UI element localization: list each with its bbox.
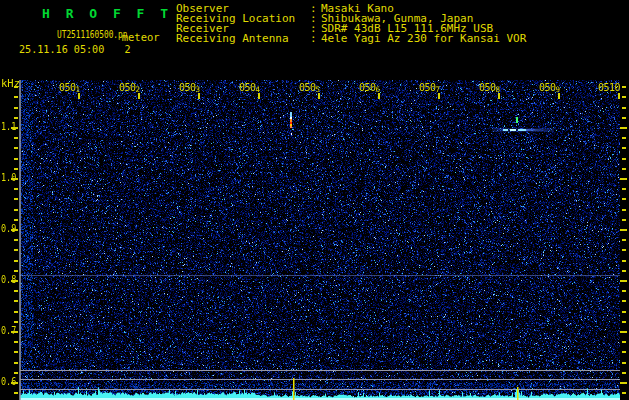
info-row-antenna: Receiving Antenna:4ele Yagi Az 230 for K… xyxy=(176,34,526,44)
freq-tick-mark xyxy=(622,219,626,221)
freq-tick-mark xyxy=(620,331,627,333)
freq-tick-mark xyxy=(620,229,627,231)
time-tick-label: 0509 xyxy=(512,82,560,93)
time-tick-label: 0504 xyxy=(212,82,260,93)
freq-tick-mark xyxy=(622,209,626,211)
info-value: 4ele Yagi Az 230 for Kansai VOR xyxy=(321,32,526,45)
left-axis-line xyxy=(19,80,21,400)
freq-tick-mark xyxy=(14,392,18,394)
freq-tick-mark xyxy=(622,158,626,160)
time-tick-label: 0506 xyxy=(332,82,380,93)
time-tick-label: 0501 xyxy=(32,82,80,93)
freq-tick-mark xyxy=(14,351,18,353)
time-tick-mark xyxy=(258,93,260,99)
time-tick-mark xyxy=(618,93,620,99)
time-tick-mark xyxy=(378,93,380,99)
freq-tick-mark xyxy=(14,158,18,160)
freq-tick-mark xyxy=(14,239,18,241)
freq-tick-mark xyxy=(622,351,626,353)
freq-tick-mark xyxy=(622,270,626,272)
freq-tick-mark xyxy=(622,372,626,374)
freq-tick-mark xyxy=(622,321,626,323)
freq-tick-mark xyxy=(14,209,18,211)
freq-tick-mark xyxy=(11,331,18,333)
freq-tick-mark xyxy=(14,168,18,170)
hrofft-window: H R O F F T UT2511160500.pnmeteor 25.11.… xyxy=(0,0,629,400)
freq-tick-mark xyxy=(14,96,18,98)
freq-tick-mark xyxy=(14,107,18,109)
time-tick-label: 0502 xyxy=(92,82,140,93)
time-tick-mark xyxy=(138,93,140,99)
freq-tick-mark xyxy=(622,147,626,149)
freq-tick-mark xyxy=(11,280,18,282)
freq-tick-mark xyxy=(622,249,626,251)
freq-tick-mark xyxy=(622,260,626,262)
info-panel: Observer:Masaki Kano Receiving Location:… xyxy=(176,4,526,44)
freq-tick-mark xyxy=(622,290,626,292)
freq-tick-mark xyxy=(14,321,18,323)
freq-tick-mark xyxy=(620,127,627,129)
freq-tick-mark xyxy=(622,96,626,98)
filename-text: UT2511160500.pn xyxy=(57,29,127,40)
freq-tick-mark xyxy=(14,372,18,374)
app-title: H R O F F T xyxy=(42,6,172,21)
freq-tick-mark xyxy=(622,188,626,190)
datetime-line: 25.11.16 05:002 xyxy=(19,43,131,56)
time-tick-mark xyxy=(558,93,560,99)
freq-tick-mark xyxy=(14,188,18,190)
freq-tick-mark xyxy=(11,229,18,231)
freq-tick-mark xyxy=(14,290,18,292)
time-tick-mark xyxy=(498,93,500,99)
freq-tick-mark xyxy=(622,300,626,302)
freq-tick-mark xyxy=(622,168,626,170)
spectrogram-canvas xyxy=(20,80,620,400)
freq-tick-mark xyxy=(622,198,626,200)
filename-overlay-label: meteor xyxy=(122,31,160,43)
freq-tick-mark xyxy=(620,382,627,384)
time-tick-label: 0510 xyxy=(572,82,620,93)
freq-tick-mark xyxy=(11,127,18,129)
time-tick-mark xyxy=(438,93,440,99)
freq-tick-mark xyxy=(14,300,18,302)
freq-tick-mark xyxy=(14,260,18,262)
freq-tick-mark xyxy=(14,117,18,119)
freq-tick-mark xyxy=(14,147,18,149)
time-tick-mark xyxy=(198,93,200,99)
info-separator: : xyxy=(310,34,321,44)
meteor-count: 2 xyxy=(125,43,131,56)
time-tick-label: 0507 xyxy=(392,82,440,93)
info-label: Receiving Antenna xyxy=(176,34,310,44)
freq-tick-mark xyxy=(620,178,627,180)
freq-tick-mark xyxy=(622,311,626,313)
freq-tick-mark xyxy=(622,86,626,88)
freq-tick-mark xyxy=(622,107,626,109)
freq-tick-mark xyxy=(622,362,626,364)
time-tick-label: 0505 xyxy=(272,82,320,93)
freq-tick-mark xyxy=(14,341,18,343)
datetime-label: 25.11.16 05:00 xyxy=(19,43,104,56)
freq-tick-mark xyxy=(14,249,18,251)
time-tick-label: 0503 xyxy=(152,82,200,93)
freq-tick-mark xyxy=(620,280,627,282)
time-tick-mark xyxy=(318,93,320,99)
freq-tick-mark xyxy=(14,362,18,364)
freq-tick-mark xyxy=(622,341,626,343)
time-tick-label: 0508 xyxy=(452,82,500,93)
freq-tick-mark xyxy=(14,311,18,313)
freq-tick-mark xyxy=(622,137,626,139)
freq-tick-mark xyxy=(14,270,18,272)
freq-tick-mark xyxy=(622,392,626,394)
time-tick-mark xyxy=(78,93,80,99)
freq-tick-mark xyxy=(11,178,18,180)
freq-tick-mark xyxy=(14,219,18,221)
freq-tick-mark xyxy=(14,198,18,200)
freq-tick-mark xyxy=(622,239,626,241)
freq-tick-mark xyxy=(14,137,18,139)
freq-tick-mark xyxy=(14,86,18,88)
freq-tick-mark xyxy=(622,117,626,119)
filename-line: UT2511160500.pnmeteor xyxy=(57,28,152,40)
freq-tick-mark xyxy=(11,382,18,384)
